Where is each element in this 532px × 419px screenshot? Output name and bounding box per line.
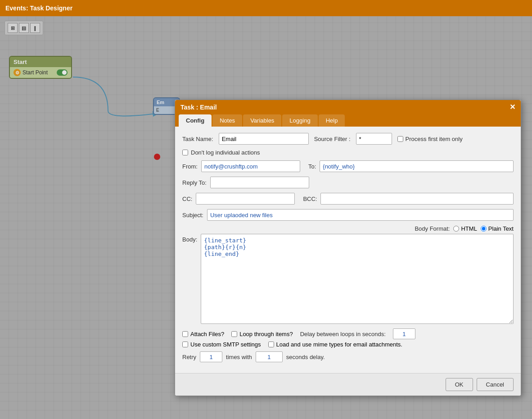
html-radio-label: HTML: [453, 225, 477, 232]
loop-through-checkbox[interactable]: [231, 331, 237, 337]
use-custom-smtp-checkbox[interactable]: [182, 342, 188, 347]
delay-input[interactable]: [393, 328, 415, 339]
attach-files-label: Attach Files?: [182, 331, 224, 337]
cancel-button[interactable]: Cancel: [477, 378, 514, 391]
attach-files-checkbox[interactable]: [182, 331, 188, 337]
modal-title: Task : Email: [180, 104, 217, 111]
bcc-input[interactable]: [320, 193, 514, 205]
task-name-input[interactable]: [219, 133, 309, 145]
from-label: From:: [182, 163, 198, 170]
task-name-label: Task Name:: [182, 136, 213, 142]
seconds-delay-label: seconds delay.: [286, 354, 325, 360]
load-mime-checkbox[interactable]: [268, 342, 274, 347]
load-mime-label: Load and use mime types for email attach…: [268, 341, 402, 348]
to-label: To:: [308, 163, 316, 170]
times-with-label: times with: [226, 354, 252, 360]
tab-config[interactable]: Config: [179, 114, 212, 127]
task-name-row: Task Name: Source Filter : Process first…: [182, 133, 514, 145]
smtp-row: Use custom SMTP settings Load and use mi…: [182, 341, 514, 348]
retry-label: Retry: [182, 354, 196, 360]
subject-row: Subject:: [182, 209, 514, 221]
to-input[interactable]: [320, 160, 514, 172]
body-row: Body: {line_start} {path}{r}{n} {line_en…: [182, 234, 514, 324]
process-first-item-label: Process first item only: [397, 136, 463, 142]
use-custom-smtp-label: Use custom SMTP settings: [182, 341, 261, 348]
dont-log-checkbox[interactable]: [182, 150, 188, 155]
app-title: Events: Task Designer: [5, 5, 72, 12]
retry-row: Retry times with seconds delay.: [182, 351, 514, 362]
body-format-row: Body Format: HTML Plain Text: [182, 225, 514, 232]
from-input[interactable]: [201, 160, 300, 172]
process-first-item-checkbox[interactable]: [397, 136, 403, 142]
reply-to-input[interactable]: [210, 177, 309, 188]
modal-close-button[interactable]: ✕: [509, 104, 515, 111]
task-email-modal: Task : Email ✕ Config Notes Variables Lo…: [175, 100, 521, 396]
cc-bcc-row: CC: BCC:: [182, 193, 514, 205]
body-format-label: Body Format:: [415, 225, 450, 232]
from-to-row: From: To:: [182, 160, 514, 172]
cc-input[interactable]: [196, 193, 295, 205]
source-filter-label: Source Filter :: [314, 136, 351, 142]
dont-log-row: Don't log individual actions: [182, 149, 514, 156]
loop-through-label: Loop through items?: [231, 331, 293, 337]
modal-body: Task Name: Source Filter : Process first…: [175, 127, 521, 373]
tab-notes[interactable]: Notes: [212, 114, 242, 127]
tab-logging[interactable]: Logging: [282, 114, 317, 127]
tab-variables[interactable]: Variables: [243, 114, 281, 127]
modal-header: Task : Email ✕: [175, 100, 521, 114]
title-bar: Events: Task Designer: [0, 0, 532, 16]
delay-label: Delay between loops in seconds:: [300, 331, 386, 337]
bcc-label: BCC:: [303, 196, 317, 202]
reply-to-row: Reply To:: [182, 177, 514, 188]
cc-label: CC:: [182, 196, 192, 202]
plaintext-radio-label: Plain Text: [481, 225, 514, 232]
subject-label: Subject:: [182, 212, 203, 219]
options-row: Attach Files? Loop through items? Delay …: [182, 328, 514, 339]
body-label: Body:: [182, 236, 197, 243]
modal-footer: OK Cancel: [175, 373, 521, 396]
body-textarea[interactable]: {line_start} {path}{r}{n} {line_end}: [201, 234, 514, 324]
html-radio[interactable]: [453, 226, 459, 232]
ok-button[interactable]: OK: [446, 378, 473, 391]
reply-to-label: Reply To:: [182, 179, 207, 186]
plaintext-radio[interactable]: [481, 226, 487, 232]
retry-input[interactable]: [200, 351, 222, 362]
dont-log-label: Don't log individual actions: [191, 149, 260, 156]
canvas: ⊞ ▤ ‖ Start ⚙ Start Point Em E Task : Em…: [0, 16, 532, 419]
times-with-input[interactable]: [256, 351, 283, 362]
subject-input[interactable]: [207, 209, 514, 221]
source-filter-input[interactable]: [356, 133, 392, 145]
modal-tabs: Config Notes Variables Logging Help: [175, 114, 521, 127]
tab-help[interactable]: Help: [319, 114, 345, 127]
